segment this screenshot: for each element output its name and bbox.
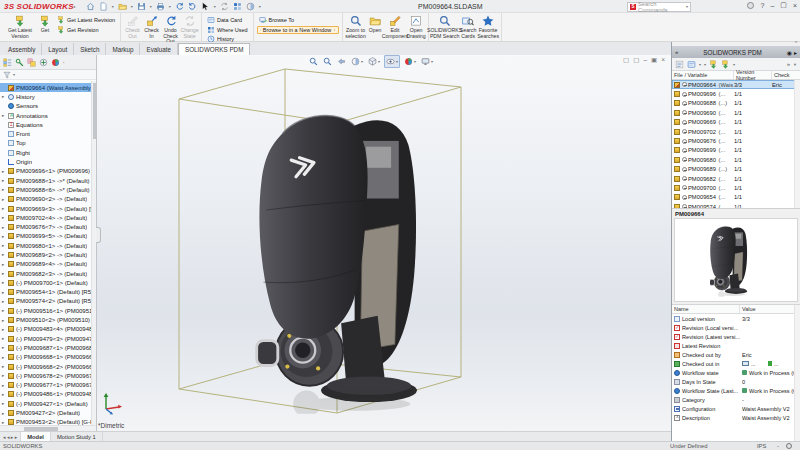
get-button[interactable]: Get <box>37 14 53 34</box>
tree-item[interactable]: ▸ (-) PM009678<2> (PM009678) <box>0 371 96 380</box>
options-gear-icon[interactable] <box>246 2 255 11</box>
print-icon[interactable] <box>156 2 165 11</box>
tab-layout[interactable]: Layout <box>42 43 74 55</box>
check-in-button[interactable]: Check In <box>143 14 160 39</box>
expand-arrow-icon[interactable]: ▸ <box>2 94 6 99</box>
column-name[interactable]: Name <box>672 305 740 313</box>
tree-item[interactable]: Origin <box>0 157 96 166</box>
expand-arrow-icon[interactable]: ▸ <box>2 336 6 341</box>
model-tab-motion-study-1[interactable]: Motion Study 1 <box>51 432 103 441</box>
feature-manager-tab-icon[interactable] <box>3 58 12 67</box>
tree-item[interactable]: ▸ (-) PM009486<1> (PM009486) <box>0 390 96 399</box>
tree-item[interactable]: Front <box>0 129 96 138</box>
expand-arrow-icon[interactable]: ▸ <box>2 345 6 350</box>
tree-item[interactable]: ▸ PM009510<2> (PM009510) [P1 <box>0 315 96 324</box>
pdm-file-row[interactable]: PM009689 (...) 1/1 <box>672 165 800 174</box>
zoom-fit-icon[interactable] <box>308 56 319 67</box>
close-button[interactable]: × <box>793 2 797 9</box>
tree-item[interactable]: ▸ History <box>0 92 96 101</box>
expand-arrow-icon[interactable]: ▸ <box>2 243 6 248</box>
pdm-file-row[interactable]: PM009682 (... 1/1 <box>672 174 800 183</box>
view-settings-icon[interactable]: ▾ <box>420 56 434 67</box>
open-dropdown-icon[interactable]: ▾ <box>131 4 133 9</box>
pdm-view-icon[interactable] <box>675 60 684 69</box>
pdm-file-row[interactable]: PM009690 (... 1/1 <box>672 108 800 117</box>
property-row[interactable]: Revision (Latest versi... <box>672 332 800 341</box>
tree-item[interactable]: PM009664 (Waist Assembly V2) <box>0 83 96 92</box>
column-check[interactable]: Check <box>772 71 800 79</box>
save-icon[interactable] <box>137 2 146 11</box>
get-latest-version-button[interactable]: Get Latest Version <box>5 14 35 39</box>
edit-appearance-icon[interactable]: ▾ <box>403 56 417 67</box>
previous-view-icon[interactable] <box>336 56 347 67</box>
pdm-datacard-icon[interactable] <box>687 60 696 69</box>
pdm-file-row[interactable]: PM009699 (... 1/1 <box>672 146 800 155</box>
expand-arrow-icon[interactable]: ▸ <box>2 373 6 378</box>
tree-item[interactable]: ▸ PM009690<2> -> (Default) <box>0 195 96 204</box>
expand-arrow-icon[interactable]: ▸ <box>2 290 6 295</box>
tree-item[interactable]: ▸ PM009689<2> -> (Default) <box>0 250 96 259</box>
pdm-file-row[interactable]: PM009680 (... 1/1 <box>672 155 800 164</box>
pdm-file-row[interactable]: PM009702 (... 1/1 <box>672 127 800 136</box>
browse-to-new-window-button[interactable]: Browse to in a New Window <box>257 26 339 34</box>
column-file-variable[interactable]: File / Variable <box>672 71 734 79</box>
graphics-viewport[interactable]: ▾ ▾ ▾ ▾ ▾ ▢ ▢ – ▣ × <box>0 55 671 431</box>
expand-arrow-icon[interactable]: ▸ <box>2 318 6 323</box>
expand-arrow-icon[interactable]: ▸ <box>2 215 6 220</box>
pdm-file-row[interactable]: PM009700 (... 1/1 <box>672 183 800 192</box>
pdm-file-row[interactable]: PM009574 (... 1/1 <box>672 202 800 208</box>
property-row[interactable]: Category - <box>672 395 800 404</box>
doc-restore-button[interactable]: ▣ <box>651 56 657 64</box>
more-tabs-icon[interactable]: › <box>63 60 64 65</box>
print-dropdown-icon[interactable]: ▾ <box>169 4 171 9</box>
tree-item[interactable]: Equations <box>0 120 96 129</box>
pdm-file-row[interactable]: PM009696 (... 1/1 <box>672 89 800 98</box>
expand-arrow-icon[interactable]: ▸ <box>2 411 6 416</box>
expand-arrow-icon[interactable]: ▸ <box>2 355 6 360</box>
units-label[interactable]: IPS <box>757 443 766 449</box>
column-version-number[interactable]: Version Number <box>734 71 772 79</box>
expand-arrow-icon[interactable]: ▸ <box>2 392 6 397</box>
restore-button[interactable]: ▢ <box>780 1 787 9</box>
get-revision-button[interactable]: Get Revision <box>55 26 117 34</box>
rebuild-icon[interactable] <box>220 2 229 11</box>
filter-funnel-icon[interactable] <box>3 71 11 79</box>
tab-assembly[interactable]: Assembly <box>2 43 42 55</box>
tree-item[interactable]: ▸ (-) PM009483<4> (PM009483) <box>0 325 96 334</box>
check-out-button[interactable]: Check Out <box>124 14 141 39</box>
open-drawing-button[interactable]: Open Drawing <box>408 14 425 39</box>
tab-sketch[interactable]: Sketch <box>74 43 106 55</box>
expand-arrow-icon[interactable]: ▸ <box>2 280 6 285</box>
expand-arrow-icon[interactable]: ▸ <box>2 308 6 313</box>
tree-item[interactable]: ▸ PM009688<6> ->* (Default) <box>0 185 96 194</box>
search-commands-box[interactable]: S Search Commands ▾ <box>627 2 691 12</box>
browse-to-button[interactable]: Browse To <box>257 16 339 24</box>
tree-item[interactable]: ▸ (-) PM009668<2> (PM009668) <box>0 362 96 371</box>
pdm-file-row[interactable]: PM009688 (...) 1/1 <box>672 99 800 108</box>
doc-cascade-icon[interactable]: ▢ <box>633 56 639 64</box>
logo-menu-arrow-icon[interactable]: ▸ <box>74 4 76 9</box>
tree-item[interactable]: ▸ (-) PM009668<1> (PM009668) <box>0 353 96 362</box>
open-icon[interactable] <box>118 2 127 11</box>
pdm-menu-icon[interactable]: ▼ <box>793 62 797 67</box>
new-document-icon[interactable] <box>99 2 108 11</box>
property-row[interactable]: Revision (Local versi... <box>672 323 800 332</box>
tree-item[interactable]: ▸ PM009453<2> (Default) [G-PC <box>0 418 96 425</box>
favorite-searches-button[interactable]: Favorite Searches <box>479 14 498 39</box>
property-row[interactable]: Local version 3/3 <box>672 314 800 323</box>
pdm-more-icon[interactable]: » <box>787 61 790 67</box>
tree-item[interactable]: ▸ PM009574<2> (Default) [R5-H <box>0 297 96 306</box>
pdm-dropdown-icon[interactable]: ▾ <box>699 62 701 67</box>
property-row[interactable]: Configuration Waist Assembly V2 <box>672 404 800 413</box>
data-card-button[interactable]: Data Card <box>205 16 250 24</box>
tree-item[interactable]: ▸ PM009689<4> -> (Default) <box>0 260 96 269</box>
doc-tile-icon[interactable]: ▢ <box>623 56 629 64</box>
undo-check-out-button[interactable]: Undo Check Out <box>162 14 179 45</box>
pdm-file-row[interactable]: PM009664 (Wais... 3/3 Eric <box>672 80 800 89</box>
property-row[interactable]: Workflow state Work in Process (QS ... <box>672 368 800 377</box>
expand-arrow-icon[interactable]: ▸ <box>2 299 6 304</box>
doc-close-button[interactable]: × <box>661 56 665 64</box>
pdm-file-row[interactable]: PM009676 (... 1/1 <box>672 136 800 145</box>
column-value[interactable]: Value <box>740 306 756 312</box>
search-dropdown-icon[interactable]: ▾ <box>686 4 688 9</box>
